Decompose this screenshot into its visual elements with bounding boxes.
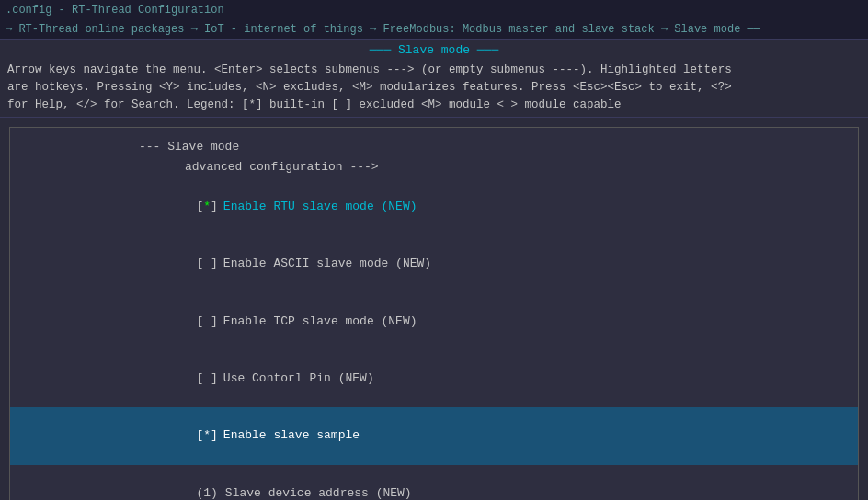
bracket-3b: ] (211, 314, 218, 328)
check-4 (203, 371, 211, 385)
title-text: .config - RT-Thread Configuration (6, 4, 224, 17)
main-panel: --- Slave mode advanced configuration --… (0, 118, 868, 500)
highlighted-label: Enable slave sample (223, 428, 360, 442)
value-label-1: Slave device address (NEW) (225, 486, 412, 500)
item-label-4: Use Contorl Pin (NEW) (223, 371, 374, 385)
section-title: --- Slave mode (10, 137, 858, 157)
list-item[interactable]: [*]Enable RTU slave mode (NEW) (10, 178, 858, 235)
title-bar: .config - RT-Thread Configuration (0, 0, 868, 20)
breadcrumb-text: → RT-Thread online packages → IoT - inte… (6, 23, 760, 36)
list-item[interactable]: [ ]Use Contorl Pin (NEW) (10, 350, 858, 407)
item-label-1: Enable RTU slave mode (NEW) (223, 199, 417, 213)
adv-config[interactable]: advanced configuration ---> (10, 157, 858, 177)
slave-mode-title: ─── Slave mode ─── (370, 43, 498, 57)
help-line-1: Arrow keys navigate the menu. <Enter> se… (7, 62, 861, 79)
breadcrumb: → RT-Thread online packages → IoT - inte… (0, 20, 868, 40)
highlighted-item[interactable]: [*]Enable slave sample (10, 407, 858, 464)
slave-mode-header: ─── Slave mode ─── (0, 40, 868, 58)
check-3 (203, 314, 211, 328)
bracket-1b: ] (211, 199, 218, 213)
help-text: Arrow keys navigate the menu. <Enter> se… (0, 58, 868, 118)
list-item[interactable]: [ ]Enable ASCII slave mode (NEW) (10, 235, 858, 292)
bracket-4b: ] (211, 371, 218, 385)
item-label-3: Enable TCP slave mode (NEW) (223, 314, 417, 328)
list-item[interactable]: (1)Slave device address (NEW) (10, 465, 858, 500)
highlighted-bracket: [*] (196, 428, 217, 442)
check-2 (203, 256, 211, 270)
menu-box: --- Slave mode advanced configuration --… (9, 127, 859, 500)
item-label-2: Enable ASCII slave mode (NEW) (223, 256, 431, 270)
list-item[interactable]: [ ]Enable TCP slave mode (NEW) (10, 292, 858, 349)
value-1: (1) (196, 486, 217, 500)
check-1: * (203, 199, 211, 213)
help-line-3: for Help, </> for Search. Legend: [*] bu… (7, 97, 861, 114)
bracket-2b: ] (211, 256, 218, 270)
help-line-2: are hotkeys. Pressing <Y> includes, <N> … (7, 79, 861, 97)
